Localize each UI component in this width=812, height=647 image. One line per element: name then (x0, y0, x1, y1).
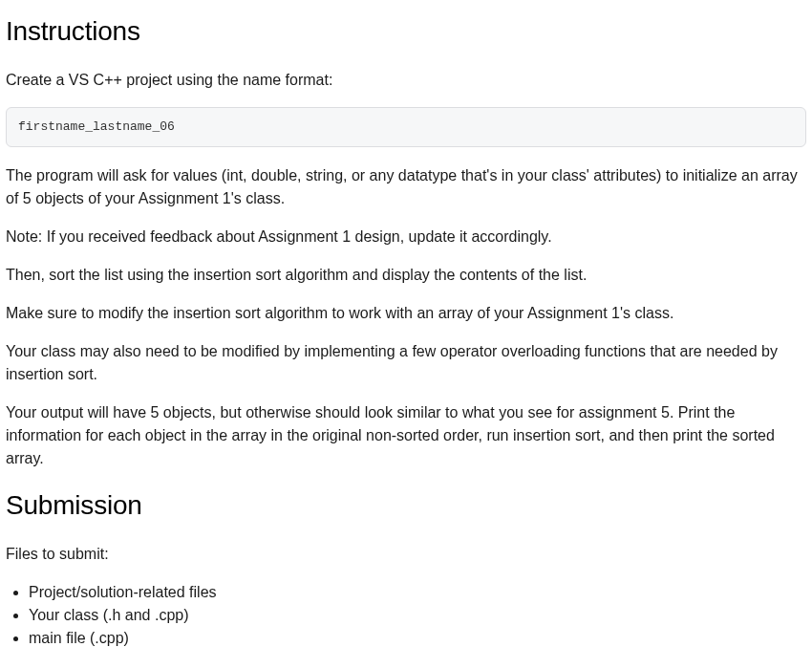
para-program-description: The program will ask for values (int, do… (6, 164, 806, 210)
para-sort-display: Then, sort the list using the insertion … (6, 264, 806, 287)
list-item: Your class (.h and .cpp) (29, 604, 806, 627)
code-project-name: firstname_lastname_06 (6, 107, 806, 147)
submit-list: Project/solution-related files Your clas… (29, 581, 806, 648)
para-modify-sort: Make sure to modify the insertion sort a… (6, 302, 806, 325)
para-project-format: Create a VS C++ project using the name f… (6, 69, 806, 92)
heading-instructions: Instructions (6, 11, 806, 52)
para-files-to-submit: Files to submit: (6, 543, 806, 566)
list-item: Project/solution-related files (29, 581, 806, 604)
para-note-feedback: Note: If you received feedback about Ass… (6, 226, 806, 248)
para-output-description: Your output will have 5 objects, but oth… (6, 401, 806, 470)
para-operator-overloading: Your class may also need to be modified … (6, 340, 806, 386)
list-item: main file (.cpp) (29, 627, 806, 648)
heading-submission: Submission (6, 485, 806, 526)
